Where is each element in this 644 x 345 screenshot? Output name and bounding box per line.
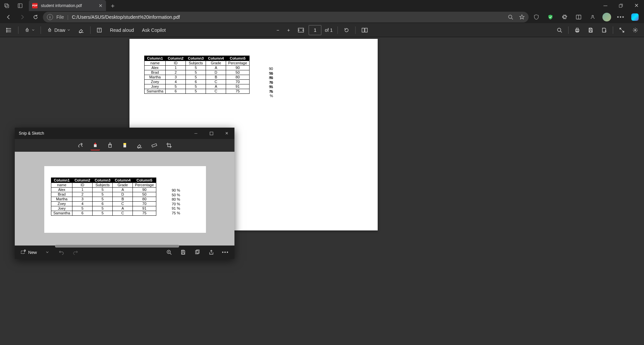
snip-more-icon[interactable]: •••: [220, 248, 231, 257]
snip-new-dropdown-icon[interactable]: [42, 248, 53, 257]
crop-icon[interactable]: [164, 140, 174, 150]
fullscreen-icon[interactable]: [616, 24, 628, 36]
fit-page-icon[interactable]: [295, 24, 308, 36]
table-row: Martha35B80: [145, 75, 250, 80]
find-icon[interactable]: [553, 24, 566, 36]
snip-canvas[interactable]: Column1Column2Column3Column4Column5 name…: [15, 152, 234, 246]
contents-icon[interactable]: [3, 24, 15, 36]
touch-writing-icon[interactable]: [76, 140, 85, 150]
table-cell: 75: [133, 211, 156, 216]
svg-point-45: [24, 250, 25, 251]
rotate-icon[interactable]: [340, 24, 353, 36]
snip-zoom-icon[interactable]: [163, 248, 175, 257]
page-view-icon[interactable]: [358, 24, 371, 36]
url-box[interactable]: i File | C:/Users/ASUS/Desktop/student%2…: [43, 12, 529, 22]
table-subheader: Subjects: [93, 183, 113, 188]
extensions-icon[interactable]: [558, 12, 571, 22]
favorite-star-icon[interactable]: [519, 14, 525, 20]
window-close-icon[interactable]: ✕: [629, 0, 644, 11]
snip-percentage-column: 90 %50 %80 %70 %91 %75 %: [172, 188, 180, 215]
svg-rect-27: [576, 28, 578, 29]
refresh-button[interactable]: [30, 12, 42, 22]
vertical-tabs-icon[interactable]: [13, 0, 27, 11]
zoom-in-button[interactable]: +: [284, 24, 293, 36]
pct-value: 70 %: [172, 202, 180, 207]
ask-copilot-button[interactable]: Ask Copilot: [139, 24, 169, 36]
browser-tab[interactable]: PDF student information.pdf ✕: [29, 0, 106, 11]
profile-avatar[interactable]: [600, 12, 613, 22]
table-cell: 1: [166, 66, 186, 70]
save-as-icon[interactable]: [598, 24, 610, 36]
page-number-input[interactable]: [309, 25, 322, 35]
table-cell: Joey: [145, 84, 166, 89]
snip-new-button[interactable]: New: [18, 248, 39, 257]
window-minimize-icon[interactable]: ─: [598, 0, 613, 11]
table-row: Alex15A90: [51, 188, 156, 192]
snip-copy-icon[interactable]: [192, 248, 203, 257]
svg-rect-37: [94, 144, 97, 147]
ruler-icon[interactable]: [150, 140, 159, 150]
read-aloud-button[interactable]: Read aloud: [107, 24, 138, 36]
tab-close-icon[interactable]: ✕: [99, 3, 103, 8]
snip-toolbar: [15, 139, 234, 152]
snip-titlebar[interactable]: Snip & Sketch ─ ✕: [15, 128, 234, 139]
snip-h-scrollbar[interactable]: [55, 245, 179, 248]
add-text-icon[interactable]: T: [93, 24, 105, 36]
svg-point-5: [508, 15, 512, 18]
draw-button[interactable]: Draw: [44, 24, 73, 36]
tab-actions-icon[interactable]: [0, 0, 13, 11]
highlighter-icon[interactable]: [120, 140, 129, 150]
ballpoint-pen-icon[interactable]: [91, 140, 100, 150]
redo-icon[interactable]: [70, 248, 81, 257]
table-cell: 5: [93, 197, 113, 202]
pct-value: 50 %: [266, 71, 273, 76]
more-menu-icon[interactable]: •••: [614, 12, 627, 22]
table-cell: D: [206, 70, 226, 75]
svg-rect-34: [210, 132, 213, 135]
print-icon[interactable]: [571, 24, 583, 36]
svg-rect-0: [5, 4, 8, 7]
table-cell: 5: [186, 70, 206, 75]
table-cell: 91: [133, 206, 156, 211]
eraser-icon[interactable]: [135, 140, 144, 150]
svg-rect-21: [299, 28, 304, 32]
new-tab-button[interactable]: ＋: [106, 0, 119, 11]
table-header: Column1: [145, 56, 166, 61]
svg-point-13: [6, 28, 7, 29]
browser-titlebar: PDF student information.pdf ✕ ＋ ─ ✕: [0, 0, 644, 11]
highlight-dropdown-icon[interactable]: [21, 24, 38, 36]
save-icon[interactable]: [585, 24, 597, 36]
snip-minimize-icon[interactable]: ─: [188, 128, 204, 139]
undo-icon[interactable]: [56, 248, 67, 257]
table-header: Column1: [51, 178, 72, 183]
site-info-icon[interactable]: i: [47, 14, 53, 20]
table-cell: 5: [186, 84, 206, 89]
table-subheader: Grade: [206, 61, 226, 66]
copilot-sidebar-icon[interactable]: [629, 12, 641, 22]
split-screen-icon[interactable]: [572, 12, 585, 22]
table-cell: 5: [93, 188, 113, 192]
back-button[interactable]: [3, 12, 15, 22]
security-shield-icon[interactable]: [544, 12, 557, 22]
svg-marker-36: [94, 142, 97, 144]
pencil-icon[interactable]: [105, 140, 115, 150]
table-cell: 80: [133, 197, 156, 202]
table-row: Zoey46C70: [51, 202, 156, 206]
snip-close-icon[interactable]: ✕: [219, 128, 234, 139]
snip-share-icon[interactable]: [206, 248, 217, 257]
table-cell: 50: [226, 70, 249, 75]
svg-rect-41: [123, 145, 126, 147]
table-subheader: ID: [72, 183, 93, 188]
zoom-out-button[interactable]: −: [273, 24, 282, 36]
zoom-indicator-icon[interactable]: [508, 14, 513, 20]
table-cell: C: [206, 89, 226, 94]
svg-line-47: [170, 253, 171, 255]
tracking-shield-icon[interactable]: [530, 12, 543, 22]
snip-maximize-icon[interactable]: [204, 128, 219, 139]
snip-save-icon[interactable]: [177, 248, 189, 257]
pdf-settings-icon[interactable]: [629, 24, 641, 36]
svg-rect-39: [109, 145, 111, 147]
favorites-hub-icon[interactable]: [586, 12, 599, 22]
window-maximize-icon[interactable]: [613, 0, 629, 11]
erase-icon[interactable]: [75, 24, 88, 36]
